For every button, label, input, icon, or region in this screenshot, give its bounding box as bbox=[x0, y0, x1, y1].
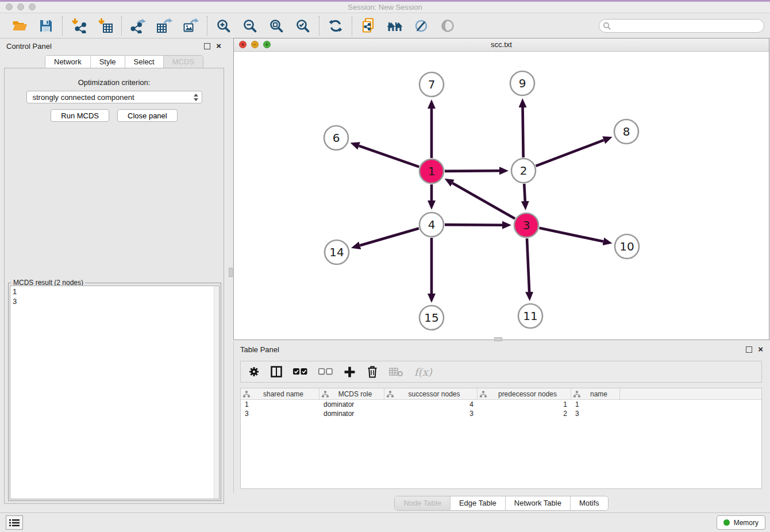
close-panel-icon[interactable]: × bbox=[216, 43, 221, 49]
vertical-splitter-handle[interactable] bbox=[229, 268, 233, 277]
tab-motifs[interactable]: Motifs bbox=[571, 496, 608, 510]
graph-edge-2-3[interactable] bbox=[524, 184, 525, 201]
column-header-successor-nodes[interactable]: successor nodes bbox=[384, 388, 478, 399]
select-all-icon[interactable] bbox=[293, 368, 307, 376]
tab-network[interactable]: Network bbox=[45, 56, 91, 68]
graph-edge-3-1[interactable] bbox=[452, 183, 515, 219]
deselect-all-icon[interactable] bbox=[318, 368, 333, 376]
delete-column-icon[interactable] bbox=[367, 365, 378, 378]
table-cell[interactable]: 4 bbox=[384, 400, 478, 408]
network-window-titlebar[interactable]: × − + scc.txt bbox=[234, 38, 769, 52]
export-image-icon[interactable] bbox=[182, 18, 199, 34]
import-table-icon[interactable] bbox=[97, 18, 114, 34]
control-panel-title: Control Panel bbox=[6, 42, 52, 51]
close-network-button[interactable]: × bbox=[239, 41, 247, 48]
zoom-in-icon[interactable] bbox=[215, 18, 232, 34]
graph-edge-2-9[interactable] bbox=[523, 107, 523, 157]
graph-edge-2-8[interactable] bbox=[536, 140, 604, 166]
minimize-window-button[interactable] bbox=[17, 3, 24, 10]
maximize-network-button[interactable]: + bbox=[263, 41, 271, 48]
select-stepper-icon bbox=[194, 94, 198, 101]
column-header-shared-name[interactable]: shared name bbox=[241, 388, 319, 399]
table-panel: Table Panel × bbox=[233, 342, 769, 493]
function-builder-icon: f(x) bbox=[414, 366, 432, 378]
minimize-network-button[interactable]: − bbox=[251, 41, 259, 48]
close-table-panel-icon[interactable]: × bbox=[758, 346, 763, 353]
refresh-icon[interactable] bbox=[327, 18, 344, 34]
close-panel-button[interactable]: Close panel bbox=[117, 109, 178, 122]
duplicate-network-icon[interactable] bbox=[360, 18, 377, 34]
graph-node-label: 1 bbox=[428, 164, 436, 178]
export-network-icon[interactable] bbox=[129, 18, 147, 34]
graph-edge-4-14[interactable] bbox=[360, 228, 419, 245]
tab-select[interactable]: Select bbox=[125, 56, 164, 68]
zoom-out-icon[interactable] bbox=[241, 18, 259, 34]
mcds-result-text[interactable]: 1 3 bbox=[10, 286, 220, 499]
graph-node-label: 2 bbox=[520, 164, 528, 178]
node-table-header-row: shared nameMCDS rolesuccessor nodesprede… bbox=[241, 388, 761, 400]
import-network-icon[interactable] bbox=[70, 18, 87, 34]
table-row[interactable]: 3dominator323 bbox=[241, 409, 761, 418]
tab-mcds[interactable]: MCDS bbox=[164, 56, 203, 68]
save-session-icon[interactable] bbox=[37, 18, 55, 34]
table-settings-icon[interactable] bbox=[248, 366, 260, 377]
optimization-select[interactable]: strongly connected component bbox=[26, 91, 202, 103]
tab-style[interactable]: Style bbox=[91, 56, 125, 68]
zoom-selected-icon[interactable] bbox=[294, 18, 311, 34]
graph-edge-1-2[interactable] bbox=[445, 171, 499, 171]
table-cell[interactable]: 1 bbox=[241, 400, 319, 408]
network-window-title: scc.txt bbox=[234, 38, 769, 51]
horizontal-splitter-handle[interactable] bbox=[494, 337, 502, 341]
add-column-icon[interactable] bbox=[344, 366, 356, 378]
graph-edge-3-10[interactable] bbox=[540, 228, 603, 242]
zoom-fit-icon[interactable] bbox=[268, 18, 285, 34]
task-history-button[interactable] bbox=[6, 515, 23, 530]
export-table-icon[interactable] bbox=[156, 18, 173, 34]
column-header-MCDS-role[interactable]: MCDS role bbox=[319, 388, 384, 399]
table-cell[interactable]: 1 bbox=[478, 400, 571, 408]
mcds-result-group: MCDS result (2 nodes) 1 3 bbox=[8, 283, 221, 501]
result-scrollbar[interactable] bbox=[214, 286, 219, 499]
table-cell[interactable]: 1 bbox=[571, 400, 620, 408]
float-table-panel-icon[interactable] bbox=[746, 346, 752, 353]
run-mcds-button[interactable]: Run MCDS bbox=[51, 109, 109, 122]
table-cell[interactable]: 3 bbox=[241, 410, 319, 418]
tab-network-table[interactable]: Network Table bbox=[506, 496, 571, 510]
close-window-button[interactable] bbox=[6, 3, 13, 10]
memory-button[interactable]: Memory bbox=[717, 515, 765, 530]
graph-edge-4-3[interactable] bbox=[445, 225, 502, 225]
tab-node-table[interactable]: Node Table bbox=[395, 496, 451, 510]
graph-edge-3-11[interactable] bbox=[527, 238, 529, 292]
column-header-predecessor-nodes[interactable]: predecessor nodes bbox=[478, 388, 571, 399]
column-tree-icon bbox=[480, 391, 487, 398]
table-cell[interactable]: 2 bbox=[478, 410, 571, 418]
application-window: Session: New Session bbox=[0, 0, 770, 532]
graph-node-label: 8 bbox=[623, 125, 630, 138]
graph-node-label: 7 bbox=[428, 78, 436, 91]
table-cell[interactable]: dominator bbox=[319, 400, 384, 408]
table-row[interactable]: 1dominator411 bbox=[241, 400, 761, 409]
zoom-window-button[interactable] bbox=[29, 3, 36, 10]
status-bar: Memory bbox=[0, 512, 770, 532]
show-hide-icon bbox=[439, 18, 456, 34]
search-input[interactable] bbox=[599, 19, 764, 33]
main-toolbar bbox=[0, 13, 770, 38]
split-view-icon[interactable] bbox=[271, 366, 282, 377]
network-window-controls: × − + bbox=[239, 41, 271, 48]
open-session-icon[interactable] bbox=[11, 18, 28, 34]
table-cell[interactable]: dominator bbox=[319, 410, 384, 418]
float-panel-icon[interactable] bbox=[204, 43, 210, 49]
table-cell[interactable]: 3 bbox=[384, 410, 478, 418]
memory-status-icon bbox=[723, 519, 730, 526]
column-tree-icon bbox=[387, 391, 394, 398]
network-canvas[interactable]: 1234678910111415 bbox=[234, 51, 769, 340]
table-panel-title: Table Panel bbox=[240, 345, 279, 354]
table-cell[interactable]: 3 bbox=[571, 410, 620, 418]
tab-edge-table[interactable]: Edge Table bbox=[451, 496, 506, 510]
table-tabs-bar: Node TableEdge TableNetwork TableMotifs bbox=[233, 496, 769, 511]
table-toolbar: f(x) bbox=[240, 361, 762, 383]
graph-edge-1-6[interactable] bbox=[359, 146, 419, 167]
clear-style-icon[interactable] bbox=[413, 18, 430, 34]
home-networks-icon[interactable] bbox=[386, 18, 403, 34]
column-header-name[interactable]: name bbox=[571, 388, 620, 399]
